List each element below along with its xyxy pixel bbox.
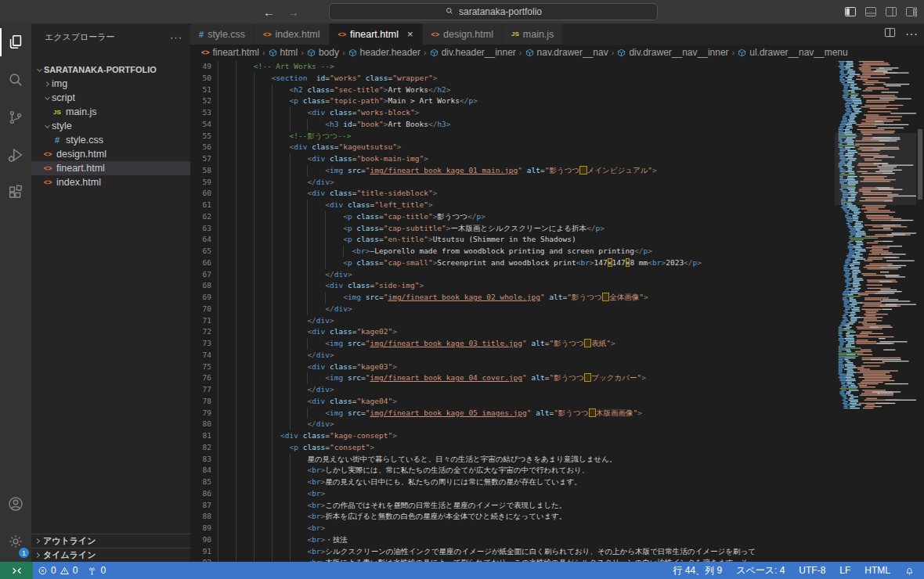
eol-sequence[interactable]: LF	[835, 562, 855, 579]
code-line[interactable]: 71 </div>	[190, 315, 835, 327]
code-line[interactable]: 75 <div class="kage03">	[190, 361, 835, 373]
code-line[interactable]: 74 </div>	[190, 350, 835, 361]
run-debug-icon[interactable]	[0, 136, 31, 174]
code-line[interactable]: 59 </div>	[190, 177, 835, 189]
code-line[interactable]: 66 <p class="cap-small">Screenprint and …	[190, 257, 835, 269]
explorer-more-actions-icon[interactable]: ···	[170, 31, 182, 43]
code-line[interactable]: 83 星の見えない街中で暮らしていると、日々の生活と宇宙の結びつきをあまり意識し…	[190, 454, 835, 466]
indentation[interactable]: スペース: 4	[731, 562, 789, 579]
code-line[interactable]: 56 <div class="kageutsutsu">	[190, 142, 835, 153]
encoding[interactable]: UTF-8	[794, 562, 830, 579]
toggle-sidebar-icon[interactable]	[844, 6, 857, 17]
section-アウトライン[interactable]: アウトライン	[31, 534, 190, 548]
scrollbar-thumb[interactable]	[918, 129, 922, 200]
code-line[interactable]: 78 <div class="kage04">	[190, 396, 835, 408]
notifications-bell-icon[interactable]	[900, 562, 919, 579]
more-actions-icon[interactable]: ···	[905, 27, 918, 41]
extensions-icon[interactable]	[0, 174, 31, 211]
breadcrumb-item-div.drawer__nav__inner[interactable]: div.drawer__nav__inner	[617, 47, 728, 58]
tree-item-script[interactable]: script	[31, 91, 190, 105]
code-line[interactable]: 86 <br>	[190, 488, 835, 500]
code-line[interactable]: 58 <img src="img/fineart_book_kage_01_ma…	[190, 165, 835, 177]
code-line[interactable]: 85 <br>星の見えない日中にも、私たちの周りには常に無数の星が存在しています…	[190, 477, 835, 488]
tab-index.html[interactable]: <>index.html	[254, 23, 330, 45]
code-line[interactable]: 73 <img src="img/fineart_book_kage_03_ti…	[190, 338, 835, 350]
code-line[interactable]: 67 </div>	[190, 269, 835, 281]
code-line[interactable]: 87 <br>この作品ではそれを昼間の日常生活と星座のイメージで表現しました。	[190, 500, 835, 512]
code-line[interactable]: 80 </div>	[190, 419, 835, 430]
code-line[interactable]: 62 <p class="cap-title">影うつつ</p>	[190, 211, 835, 223]
tab-design.html[interactable]: <>design.html	[423, 23, 503, 45]
code-line[interactable]: 60 <div class="title-sideblock">	[190, 188, 835, 200]
tab-style.css[interactable]: #style.css	[190, 23, 254, 45]
toggle-secondary-sidebar-icon[interactable]	[885, 6, 897, 17]
breadcrumb-item-nav.drawer__nav[interactable]: nav.drawer__nav	[525, 47, 608, 58]
split-editor-icon[interactable]	[884, 27, 896, 41]
tree-item-style.css[interactable]: #style.css	[31, 133, 190, 147]
command-center-search[interactable]: saratanaka-portfolio	[329, 3, 658, 20]
tree-item-style[interactable]: style	[31, 119, 190, 133]
tree-item-index.html[interactable]: <>index.html	[31, 175, 190, 189]
code-line[interactable]: 65 <br>—Leporello made from woodblock pr…	[190, 246, 835, 257]
code-line[interactable]: 63 <p class="cap-subtitle">ー木版画とシルクスクリーン…	[190, 223, 835, 235]
code-line[interactable]: 91 <br>シルクスクリーンの油性インクで星座のイメージが紙全面に白く刷られて…	[190, 546, 835, 558]
nav-back-icon[interactable]: ←	[263, 6, 275, 18]
breadcrumb-item-ul.drawer__nav__menu[interactable]: ul.drawer__nav__menu	[738, 47, 847, 58]
code-line[interactable]: 68 <div class="side-img">	[190, 280, 835, 292]
breadcrumb-item-fineart.html[interactable]: <>fineart.html	[201, 47, 259, 58]
code-line[interactable]: 84 <br>しかし実際には、常に私たちの生活の全てが広大な宇宙の中で行われてお…	[190, 465, 835, 477]
ports-status[interactable]: 0	[82, 562, 110, 579]
tree-item-design.html[interactable]: <>design.html	[31, 147, 190, 161]
source-control-icon[interactable]	[0, 99, 31, 136]
section-タイムライン[interactable]: タイムライン	[31, 548, 190, 562]
tree-item-main.js[interactable]: JSmain.js	[31, 105, 190, 119]
problems-status[interactable]: 0 0	[33, 562, 82, 579]
breadcrumb-item-body[interactable]: body	[307, 47, 339, 58]
code-line[interactable]: 54 <h3 id="book">Art Books</h3>	[190, 119, 835, 131]
breadcrumb-item-div.header__inner[interactable]: div.header__inner	[430, 47, 516, 58]
code-line[interactable]: 90 <br>・技法	[190, 534, 835, 546]
customize-layout-icon[interactable]	[905, 6, 918, 17]
code-line[interactable]: 53 <div class="works-block">	[190, 107, 835, 119]
code-line[interactable]: 50 <section id="works" class="wrapper">	[190, 73, 835, 85]
code-editor[interactable]: 49 <!-- Art Works -->50 <section id="wor…	[190, 60, 835, 562]
search-icon[interactable]	[0, 61, 31, 99]
code-line[interactable]: 72 <div class="kage02">	[190, 326, 835, 338]
tree-item-fineart.html[interactable]: <>fineart.html	[31, 161, 190, 175]
cursor-position[interactable]: 行 44、列 9	[668, 562, 727, 579]
code-line[interactable]: 49 <!-- Art Works -->	[190, 61, 835, 73]
code-line[interactable]: 89 <br>	[190, 523, 835, 534]
breadcrumb-item-html[interactable]: html	[269, 47, 298, 58]
tree-item-img[interactable]: img	[31, 77, 190, 91]
files-icon[interactable]	[0, 23, 31, 61]
account-icon[interactable]	[0, 485, 31, 523]
tab-fineart.html[interactable]: <>fineart.html×	[330, 23, 423, 45]
code-line[interactable]: 79 <img src="img/fineart_book_kage_05_im…	[190, 408, 835, 419]
section-label: アウトライン	[43, 535, 96, 547]
remote-indicator[interactable]	[0, 562, 33, 579]
code-line[interactable]: 81 <div class="kage-consept">	[190, 430, 835, 442]
code-line[interactable]: 88 <br>折本を広げると無数の白色の星座が本全体でひと続きになっています。	[190, 511, 835, 523]
code-line[interactable]: 77 </div>	[190, 384, 835, 396]
code-line[interactable]: 64 <p class="en-title">Utsutsu (Shimmer …	[190, 234, 835, 246]
vertical-scrollbar[interactable]	[916, 60, 924, 562]
tab-main.js[interactable]: JSmain.js	[503, 23, 563, 45]
code-line[interactable]: 70 </div>	[190, 304, 835, 315]
minimap[interactable]	[835, 60, 916, 562]
code-line[interactable]: 61 <div class="left_title">	[190, 200, 835, 211]
close-icon[interactable]: ×	[407, 29, 413, 39]
code-line[interactable]: 76 <img src="img/fineart_book_kage_04_co…	[190, 372, 835, 384]
code-line[interactable]: 55 <!--影うつつ-->	[190, 131, 835, 142]
code-line[interactable]: 82 <p class="consept">	[190, 442, 835, 454]
code-line[interactable]: 69 <img src="img/fineart_book_kage_02_wh…	[190, 292, 835, 304]
nav-forward-icon[interactable]: →	[287, 6, 299, 18]
code-line[interactable]: 51 <h2 class="sec-title">Art Works</h2>	[190, 85, 835, 96]
toggle-panel-icon[interactable]	[864, 6, 877, 17]
tree-root[interactable]: SARATANAKA-PORTFOLIO	[31, 63, 190, 77]
breadcrumb-item-header.header[interactable]: header.header	[348, 47, 420, 58]
language-mode[interactable]: HTML	[860, 562, 895, 579]
code-line[interactable]: 57 <div class="book-main-img">	[190, 153, 835, 165]
settings-icon[interactable]: 1	[0, 523, 31, 560]
minimap-viewport[interactable]	[835, 133, 916, 205]
code-line[interactable]: 52 <p class="topic-path">Main > Art Work…	[190, 95, 835, 107]
